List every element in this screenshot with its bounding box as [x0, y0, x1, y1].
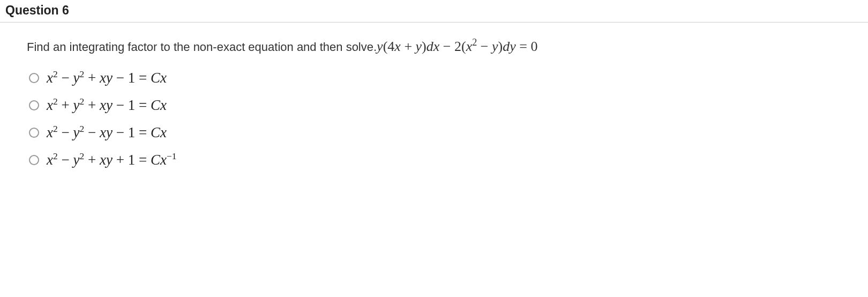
question-prompt: Find an integrating factor to the non-ex… [27, 39, 841, 55]
radio-button[interactable] [29, 128, 39, 138]
option-label: x2 − y2 + xy + 1 = Cx−1 [47, 152, 177, 168]
question-body: Find an integrating factor to the non-ex… [0, 23, 868, 168]
radio-button[interactable] [29, 155, 39, 165]
option-row: x2 + y2 + xy − 1 = Cx [29, 97, 841, 114]
prompt-equation: y(4x + y)dx − 2(x2 − y)dy = 0 [377, 39, 537, 55]
radio-button[interactable] [29, 73, 39, 83]
option-row: x2 − y2 − xy − 1 = Cx [29, 124, 841, 141]
option-label: x2 − y2 + xy − 1 = Cx [47, 70, 167, 86]
option-label: x2 + y2 + xy − 1 = Cx [47, 97, 167, 114]
prompt-text: Find an integrating factor to the non-ex… [27, 40, 377, 54]
option-row: x2 − y2 + xy − 1 = Cx [29, 70, 841, 86]
question-number: Question 6 [5, 3, 69, 17]
option-row: x2 − y2 + xy + 1 = Cx−1 [29, 152, 841, 168]
question-header: Question 6 [0, 0, 868, 23]
radio-button[interactable] [29, 100, 39, 110]
option-label: x2 − y2 − xy − 1 = Cx [47, 124, 167, 141]
